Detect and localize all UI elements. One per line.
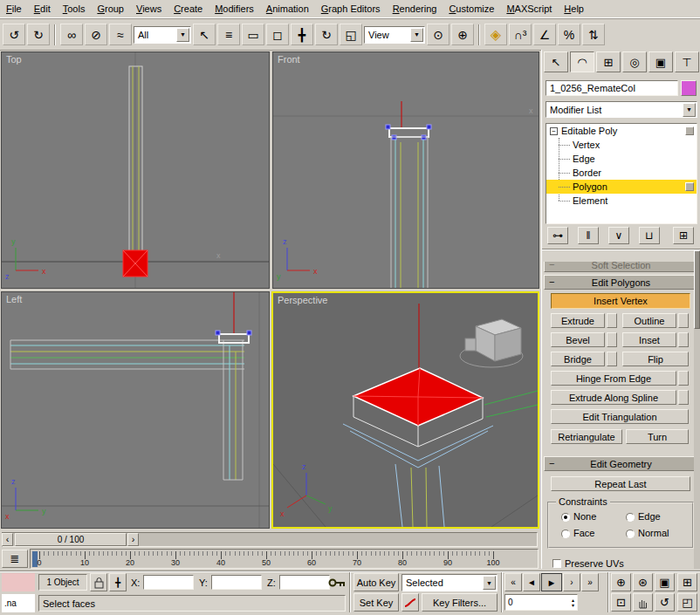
edit-triangulation-button[interactable]: Edit Triangulation <box>551 409 689 424</box>
constraint-radio-face[interactable]: Face <box>561 528 594 538</box>
key-mode-dropdown[interactable]: Selected ▼ <box>401 574 498 591</box>
set-keys-button[interactable] <box>326 574 347 591</box>
tab-display[interactable]: ▣ <box>649 51 673 72</box>
coord-y-field[interactable] <box>211 575 262 590</box>
set-key-button[interactable]: Set Key <box>353 593 399 612</box>
hinge-from-edge-button[interactable]: Hinge From Edge <box>551 371 676 386</box>
chevron-down-icon[interactable]: ▼ <box>410 28 423 42</box>
remove-modifier-button[interactable]: ⊔ <box>639 227 660 244</box>
next-frame-button[interactable]: › <box>563 573 580 591</box>
panel-scrollbar-thumb[interactable] <box>694 250 700 329</box>
flip-button[interactable]: Flip <box>622 352 689 366</box>
pan-button[interactable] <box>633 593 653 612</box>
select-and-rotate-button[interactable]: ↻ <box>315 24 338 45</box>
bind-to-space-warp-button[interactable]: ≈ <box>109 24 132 45</box>
viewport-left[interactable]: z y x Left <box>1 291 270 529</box>
select-and-move-button[interactable]: ╋ <box>291 24 313 45</box>
select-by-name-button[interactable]: ≡ <box>217 24 240 45</box>
menu-item-graph-editors[interactable]: Graph Editors <box>315 1 387 17</box>
show-end-result-button[interactable]: ‖ <box>578 227 599 244</box>
go-to-end-button[interactable]: » <box>581 573 599 591</box>
zoom-region-button[interactable]: ⊡ <box>611 593 631 612</box>
default-tangent-button[interactable] <box>401 593 419 612</box>
select-and-link-button[interactable]: ∞ <box>60 24 83 45</box>
bridge-settings-button[interactable] <box>607 352 617 366</box>
stack-item-state-icon[interactable] <box>685 182 694 191</box>
tab-hierarchy[interactable]: ⊞ <box>596 51 621 72</box>
menu-item-group[interactable]: Group <box>91 1 130 17</box>
stack-item-polygon[interactable]: Polygon <box>546 180 697 194</box>
tab-modify[interactable]: ◠ <box>570 51 594 72</box>
menu-item-views[interactable]: Views <box>130 1 168 17</box>
rollout-header-soft-selection[interactable]: − Soft Selection <box>544 262 698 272</box>
insert-vertex-button[interactable]: Insert Vertex <box>551 293 690 309</box>
viewport-label-top[interactable]: Top <box>6 54 22 65</box>
chevron-down-icon[interactable]: ▼ <box>483 576 496 590</box>
reference-coordinate-system-dropdown[interactable]: View ▼ <box>364 26 425 44</box>
zoom-button[interactable]: ⊕ <box>611 573 631 591</box>
select-object-button[interactable]: ↖ <box>193 24 216 45</box>
track-bar[interactable]: 0 10 20 30 40 50 60 70 80 90 100 <box>30 549 539 569</box>
menu-item-create[interactable]: Create <box>168 1 209 17</box>
select-and-scale-button[interactable]: ◱ <box>340 24 362 45</box>
play-animation-button[interactable]: ► <box>541 573 562 591</box>
menu-item-modifiers[interactable]: Modifiers <box>209 1 260 17</box>
zoom-extents-button[interactable]: ▣ <box>655 573 675 591</box>
rectangular-selection-region-button[interactable]: ▭ <box>242 24 264 45</box>
spinner-down-icon[interactable]: ▾ <box>572 603 574 608</box>
repeat-last-button[interactable]: Repeat Last <box>551 476 690 491</box>
redo-button[interactable]: ↻ <box>27 24 50 45</box>
time-slider-next-button[interactable]: › <box>127 533 139 546</box>
menu-item-help[interactable]: Help <box>558 1 590 17</box>
chevron-down-icon[interactable]: ▼ <box>683 103 696 117</box>
menu-item-animation[interactable]: Animation <box>260 1 315 17</box>
tab-motion[interactable]: ◎ <box>622 51 647 72</box>
extrude-along-spline-button[interactable]: Extrude Along Spline <box>551 390 676 405</box>
key-filters-button[interactable]: Key Filters... <box>422 593 498 612</box>
pin-stack-button[interactable]: ⊶ <box>547 227 568 244</box>
angle-snap-toggle-button[interactable]: ∠ <box>533 24 556 45</box>
unlink-selection-button[interactable]: ⊘ <box>85 24 107 45</box>
extrude-settings-button[interactable] <box>607 313 617 328</box>
current-frame-field[interactable]: 0 ▴ ▾ <box>504 594 578 611</box>
selection-filter-dropdown[interactable]: All ▼ <box>134 26 191 44</box>
viewport-label-perspective[interactable]: Perspective <box>278 295 327 305</box>
turn-button[interactable]: Turn <box>626 429 689 444</box>
stack-item-edge[interactable]: Edge <box>546 152 697 166</box>
menu-item-customize[interactable]: Customize <box>443 1 500 17</box>
use-pivot-point-center-button[interactable]: ⊙ <box>427 24 450 45</box>
maxscript-mini-listener[interactable]: .na <box>2 594 35 612</box>
previous-frame-button[interactable]: ◄ <box>523 573 540 591</box>
viewport-top[interactable]: y x z x Top <box>1 51 270 289</box>
stack-item-state-icon[interactable] <box>685 126 694 135</box>
selected-polygon[interactable] <box>353 368 483 426</box>
menu-item-rendering[interactable]: Rendering <box>387 1 443 17</box>
make-unique-button[interactable]: ∨ <box>608 227 629 244</box>
menu-item-maxscript[interactable]: MAXScript <box>500 1 558 17</box>
rollout-header-edit-geometry[interactable]: − Edit Geometry <box>544 456 698 471</box>
outline-settings-button[interactable] <box>678 313 689 328</box>
time-slider-handle[interactable]: 0 / 100 <box>15 533 127 546</box>
time-slider-prev-button[interactable]: ‹ <box>2 533 13 546</box>
auto-key-button[interactable]: Auto Key <box>353 573 399 591</box>
menu-item-file[interactable]: File <box>0 1 28 17</box>
percent-snap-toggle-button[interactable]: % <box>558 24 580 45</box>
menu-item-tools[interactable]: Tools <box>57 1 92 17</box>
viewport-front[interactable]: x z x y Front <box>272 51 539 289</box>
maxscript-mini-listener-pink[interactable] <box>2 573 35 591</box>
constraint-radio-normal[interactable]: Normal <box>626 528 669 538</box>
stack-item-editable-poly[interactable]: − Editable Poly <box>546 124 697 138</box>
preserve-uvs-checkbox[interactable]: Preserve UVs <box>552 558 624 569</box>
modifier-list-dropdown[interactable]: Modifier List ▼ <box>546 101 697 118</box>
bridge-button[interactable]: Bridge <box>551 352 605 366</box>
viewport-label-front[interactable]: Front <box>278 54 300 65</box>
zoom-all-button[interactable]: ⊛ <box>633 573 653 591</box>
coord-x-field[interactable] <box>143 575 194 590</box>
constraint-radio-edge[interactable]: Edge <box>626 511 661 522</box>
configure-modifier-sets-button[interactable]: ⊞ <box>673 227 694 244</box>
bevel-button[interactable]: Bevel <box>551 332 605 347</box>
inset-settings-button[interactable] <box>678 332 689 347</box>
absolute-offset-mode-button[interactable]: ╋ <box>109 573 127 591</box>
arc-rotate-button[interactable]: ↺ <box>655 593 675 612</box>
window-crossing-toggle-button[interactable]: ◻ <box>266 24 289 45</box>
